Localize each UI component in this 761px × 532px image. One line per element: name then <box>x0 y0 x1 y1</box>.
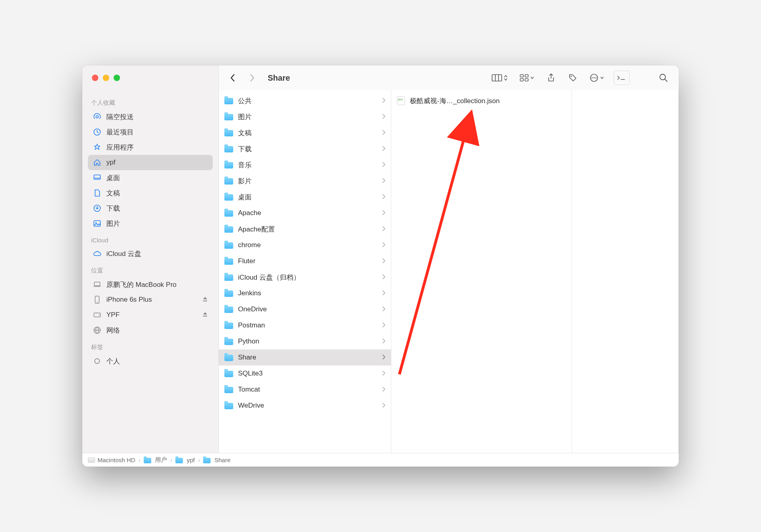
eject-icon[interactable] <box>202 296 208 304</box>
folder-row[interactable]: 文稿 <box>219 125 391 141</box>
svg-line-14 <box>665 79 667 81</box>
folder-icon <box>224 209 233 217</box>
sidebar-item[interactable]: iPhone 6s Plus <box>88 292 213 307</box>
chevron-right-icon: › <box>138 457 140 463</box>
path-segment[interactable]: Share <box>203 457 230 464</box>
folder-name: Apache <box>238 209 261 217</box>
folder-icon <box>224 274 233 281</box>
json-file-icon <box>397 96 405 105</box>
toolbar: Share <box>219 65 679 90</box>
folder-icon <box>224 193 233 201</box>
chevron-right-icon <box>382 337 385 345</box>
column-2[interactable]: 极酷威视-海…_collection.json <box>391 90 572 453</box>
eject-icon[interactable] <box>202 311 208 319</box>
action-button[interactable] <box>587 71 606 85</box>
folder-row[interactable]: 影片 <box>219 173 391 189</box>
file-row[interactable]: 极酷威视-海…_collection.json <box>391 93 572 109</box>
share-button[interactable] <box>544 71 558 85</box>
sidebar-item-label: ypf <box>106 158 116 167</box>
sidebar-item[interactable]: 桌面 <box>88 170 213 185</box>
back-button[interactable] <box>227 72 239 84</box>
sidebar-item-label: 图片 <box>106 219 120 228</box>
sidebar-item[interactable]: 个人 <box>88 353 213 369</box>
tag-button[interactable] <box>566 71 580 85</box>
sidebar-item[interactable]: 下载 <box>88 201 213 216</box>
sidebar-item[interactable]: 文稿 <box>88 185 213 201</box>
folder-row[interactable]: chrome <box>219 237 391 253</box>
svg-point-7 <box>571 76 572 77</box>
chevron-right-icon <box>382 97 385 105</box>
chevron-right-icon <box>382 273 385 281</box>
sidebar-item[interactable]: 原鹏飞的 MacBook Pro <box>88 277 213 292</box>
chevron-right-icon <box>382 161 385 169</box>
view-columns-button[interactable] <box>489 71 510 85</box>
svg-rect-20 <box>94 221 100 226</box>
folder-row[interactable]: OneDrive <box>219 301 391 317</box>
folder-row[interactable]: Jenkins <box>219 285 391 301</box>
search-button[interactable] <box>656 71 671 85</box>
clock-icon <box>93 128 102 136</box>
folder-row[interactable]: Python <box>219 333 391 349</box>
path-segment[interactable]: 用户 <box>144 456 167 464</box>
path-bar[interactable]: Macintosh HD›用户›ypf›Share <box>82 453 679 467</box>
disk-icon <box>88 457 95 463</box>
folder-name: iCloud 云盘（归档） <box>238 273 300 282</box>
folder-row[interactable]: Share <box>219 349 391 365</box>
folder-icon <box>224 97 233 104</box>
laptop-icon <box>93 281 102 288</box>
sidebar-item[interactable]: 图片 <box>88 216 213 231</box>
group-button[interactable] <box>517 71 537 85</box>
chevron-right-icon <box>382 113 385 121</box>
terminal-button[interactable] <box>614 71 630 85</box>
folder-row[interactable]: iCloud 云盘（归档） <box>219 269 391 285</box>
sidebar-item[interactable]: 最近项目 <box>88 124 213 140</box>
folder-row[interactable]: Tomcat <box>219 382 391 398</box>
chevron-down-icon <box>600 76 604 80</box>
chevron-right-icon: › <box>198 457 200 463</box>
folder-row[interactable]: 音乐 <box>219 157 391 173</box>
folder-row[interactable]: 桌面 <box>219 189 391 205</box>
zoom-button[interactable] <box>114 75 120 81</box>
chevron-right-icon <box>382 225 385 233</box>
folder-row[interactable]: 下载 <box>219 141 391 157</box>
folder-icon <box>224 322 233 329</box>
chevron-updown-icon <box>504 75 508 81</box>
folder-row[interactable]: 公共 <box>219 93 391 109</box>
svg-point-10 <box>594 77 595 79</box>
folder-name: 影片 <box>238 177 252 186</box>
sidebar-section-label: iCloud <box>91 237 213 244</box>
folder-row[interactable]: 图片 <box>219 109 391 125</box>
minimize-button[interactable] <box>103 75 109 81</box>
sidebar-item[interactable]: YPF <box>88 307 213 323</box>
folder-name: Python <box>238 337 259 345</box>
sidebar-item[interactable]: ypf <box>88 155 213 170</box>
path-segment[interactable]: ypf <box>175 457 195 464</box>
chevron-right-icon <box>382 145 385 153</box>
folder-icon <box>224 225 233 233</box>
sidebar-item[interactable]: 应用程序 <box>88 140 213 155</box>
folder-name: WeDrive <box>238 402 264 410</box>
sidebar-item[interactable]: iCloud 云盘 <box>88 246 213 261</box>
close-button[interactable] <box>92 75 98 81</box>
sidebar-item[interactable]: 网络 <box>88 323 213 338</box>
path-segment[interactable]: Macintosh HD <box>88 457 135 463</box>
folder-icon <box>175 457 183 463</box>
folder-icon <box>224 306 233 313</box>
chevron-right-icon <box>382 370 385 378</box>
folder-name: OneDrive <box>238 305 267 313</box>
column-1[interactable]: 公共图片文稿下载音乐影片桌面ApacheApache配置chromeFluter… <box>219 90 391 453</box>
folder-row[interactable]: Apache <box>219 205 391 221</box>
folder-name: Share <box>238 353 256 361</box>
chevron-right-icon <box>382 321 385 329</box>
folder-row[interactable]: SQLite3 <box>219 365 391 382</box>
folder-row[interactable]: Apache配置 <box>219 221 391 237</box>
folder-icon <box>203 457 211 463</box>
sidebar-section-label: 位置 <box>91 267 213 274</box>
column-3[interactable] <box>572 90 679 453</box>
svg-rect-5 <box>520 79 523 81</box>
sidebar-item[interactable]: 隔空投送 <box>88 109 213 124</box>
folder-row[interactable]: WeDrive <box>219 398 391 414</box>
folder-row[interactable]: Fluter <box>219 253 391 269</box>
folder-row[interactable]: Postman <box>219 317 391 333</box>
forward-button[interactable] <box>246 72 258 84</box>
